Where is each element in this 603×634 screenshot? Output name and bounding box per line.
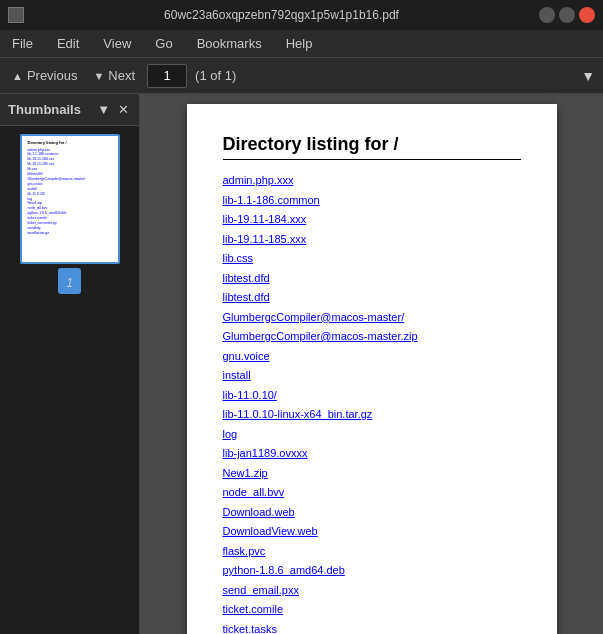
list-item: lib-11.0.10-linux-x64_bin.tar.gz — [223, 404, 521, 422]
menu-item-view[interactable]: View — [99, 34, 135, 53]
list-item: DownloadView.web — [223, 521, 521, 539]
pdf-link[interactable]: flask.pvc — [223, 545, 266, 557]
list-item: Download.web — [223, 502, 521, 520]
pdf-link[interactable]: python-1.8.6_amd64.deb — [223, 564, 345, 576]
list-item: lib.css — [223, 248, 521, 266]
pdf-link[interactable]: GlumbergcCompiler@macos-master.zip — [223, 330, 418, 342]
sidebar-menu-button[interactable]: ▼ — [95, 100, 112, 119]
list-item: GlumbergcCompiler@macos-master.zip — [223, 326, 521, 344]
thumbnail-content: Directory listing for / admin.php.xxx li… — [22, 136, 118, 240]
pdf-link[interactable]: GlumbergcCompiler@macos-master/ — [223, 311, 405, 323]
next-button[interactable]: ▼ Next — [89, 66, 139, 85]
sidebar: Thumbnails ▼ ✕ Directory listing for / a… — [0, 94, 140, 634]
list-item: python-1.8.6_amd64.deb — [223, 560, 521, 578]
list-item: log — [223, 424, 521, 442]
pdf-link[interactable]: lib-19.11-184.xxx — [223, 213, 307, 225]
pdf-link[interactable]: node_all.bvv — [223, 486, 285, 498]
list-item: admin.php.xxx — [223, 170, 521, 188]
prev-label: Previous — [27, 68, 78, 83]
pdf-link[interactable]: New1.zip — [223, 467, 268, 479]
pdf-link[interactable]: lib-19.11-185.xxx — [223, 233, 307, 245]
pdf-link[interactable]: log — [223, 428, 238, 440]
menu-item-edit[interactable]: Edit — [53, 34, 83, 53]
list-item: lib-19.11-185.xxx — [223, 229, 521, 247]
menu-item-go[interactable]: Go — [151, 34, 176, 53]
sidebar-title: Thumbnails — [8, 102, 95, 117]
pdf-link[interactable]: lib-1.1-186.common — [223, 194, 320, 206]
pdf-page: Directory listing for / admin.php.xxxlib… — [187, 104, 557, 634]
prev-button[interactable]: ▲ Previous — [8, 66, 81, 85]
thumbnail-item[interactable]: Directory listing for / admin.php.xxx li… — [20, 134, 120, 294]
list-item: ticket.comile — [223, 599, 521, 617]
pdf-link[interactable]: lib-11.0.10-linux-x64_bin.tar.gz — [223, 408, 373, 420]
pdf-link[interactable]: gnu.voice — [223, 350, 270, 362]
menu-item-help[interactable]: Help — [282, 34, 317, 53]
pdf-link[interactable]: lib-11.0.10/ — [223, 389, 277, 401]
list-item: lib-1.1-186.common — [223, 190, 521, 208]
list-item: install — [223, 365, 521, 383]
pdf-link[interactable]: libtest.dfd — [223, 291, 270, 303]
main-area: Thumbnails ▼ ✕ Directory listing for / a… — [0, 94, 603, 634]
minimize-button[interactable] — [539, 7, 555, 23]
next-arrow-icon: ▼ — [93, 70, 104, 82]
menubar: FileEditViewGoBookmarksHelp — [0, 30, 603, 58]
list-item: libtest.dfd — [223, 287, 521, 305]
prev-arrow-icon: ▲ — [12, 70, 23, 82]
toolbar-dropdown-button[interactable]: ▼ — [581, 68, 595, 84]
list-item: New1.zip — [223, 463, 521, 481]
menu-item-file[interactable]: File — [8, 34, 37, 53]
pdf-link-list: admin.php.xxxlib-1.1-186.commonlib-19.11… — [223, 170, 521, 634]
page-info: (1 of 1) — [195, 68, 236, 83]
titlebar: 60wc23a6oxqpzebn792qgx1p5w1p1b16.pdf — [0, 0, 603, 30]
page-number-input[interactable] — [147, 64, 187, 88]
list-item: lib-11.0.10/ — [223, 385, 521, 403]
window-controls — [539, 7, 595, 23]
list-item: lib-jan1189.ovxxx — [223, 443, 521, 461]
thumbnail-area[interactable]: Directory listing for / admin.php.xxx li… — [0, 126, 139, 634]
pdf-link[interactable]: ticket.comile — [223, 603, 284, 615]
close-button[interactable] — [579, 7, 595, 23]
list-item: libtest.dfd — [223, 268, 521, 286]
sidebar-header: Thumbnails ▼ ✕ — [0, 94, 139, 126]
thumbnail-selection: 1 — [58, 268, 81, 294]
list-item: lib-19.11-184.xxx — [223, 209, 521, 227]
pdf-link[interactable]: lib.css — [223, 252, 254, 264]
pdf-link[interactable]: libtest.dfd — [223, 272, 270, 284]
pdf-link[interactable]: lib-jan1189.ovxxx — [223, 447, 308, 459]
pdf-link[interactable]: DownloadView.web — [223, 525, 318, 537]
window-icon — [8, 7, 24, 23]
list-item: flask.pvc — [223, 541, 521, 559]
pdf-link[interactable]: Download.web — [223, 506, 295, 518]
toolbar: ▲ Previous ▼ Next (1 of 1) ▼ — [0, 58, 603, 94]
list-item: node_all.bvv — [223, 482, 521, 500]
list-item: send_email.pxx — [223, 580, 521, 598]
list-item: ticket.tasks — [223, 619, 521, 635]
thumbnail-frame: Directory listing for / admin.php.xxx li… — [20, 134, 120, 264]
list-item: GlumbergcCompiler@macos-master/ — [223, 307, 521, 325]
pdf-view-area[interactable]: Directory listing for / admin.php.xxxlib… — [140, 94, 603, 634]
window-title: 60wc23a6oxqpzebn792qgx1p5w1p1b16.pdf — [24, 8, 539, 22]
list-item: gnu.voice — [223, 346, 521, 364]
menu-item-bookmarks[interactable]: Bookmarks — [193, 34, 266, 53]
thumbnail-label: 1 — [66, 276, 73, 290]
pdf-link[interactable]: install — [223, 369, 251, 381]
maximize-button[interactable] — [559, 7, 575, 23]
pdf-link[interactable]: send_email.pxx — [223, 584, 299, 596]
pdf-link[interactable]: admin.php.xxx — [223, 174, 294, 186]
next-label: Next — [108, 68, 135, 83]
pdf-heading: Directory listing for / — [223, 134, 521, 160]
pdf-link[interactable]: ticket.tasks — [223, 623, 277, 635]
sidebar-close-button[interactable]: ✕ — [116, 100, 131, 119]
